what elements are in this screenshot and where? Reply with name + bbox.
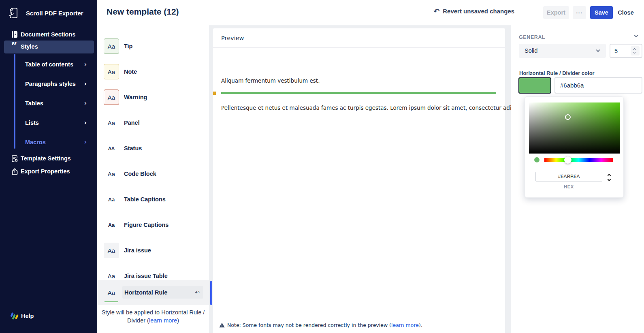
style-item-table-captions[interactable]: Aa Table Captions	[97, 187, 209, 212]
color-format-label: HEX	[535, 184, 602, 189]
sidebar-item-table-of-contents[interactable]: Table of contents ›	[0, 59, 97, 71]
chevron-right-icon: ›	[84, 119, 87, 126]
styles-list: Aa Tip Aa Note Aa Warning Aa Panel AA St…	[97, 25, 209, 333]
header: New template (12) ↶ Revert unsaved chang…	[97, 0, 644, 25]
color-swatch[interactable]	[518, 77, 551, 94]
style-item-code-block[interactable]: Aa Code Block	[97, 161, 209, 186]
style-thumbnail: Aa	[104, 166, 119, 181]
style-item-panel[interactable]: Aa Panel	[97, 110, 209, 135]
reset-style-icon[interactable]: ↶	[195, 289, 200, 296]
style-thumbnail: Aa	[104, 64, 119, 79]
sidebar: Scroll PDF Exporter Document Sections ” …	[0, 0, 97, 333]
saturation-area[interactable]	[529, 102, 620, 154]
style-thumbnail: AA	[104, 141, 119, 156]
app-title: Scroll PDF Exporter	[26, 10, 83, 17]
style-name-editor[interactable]: Horizontal Rule ↶	[122, 286, 203, 299]
preview-pane: Preview Aliquam fermentum vestibulum est…	[213, 28, 505, 333]
style-thumbnail: Aa	[104, 90, 119, 105]
style-thumbnail: Aa	[104, 217, 119, 233]
style-item-tip[interactable]: Aa Tip	[97, 34, 209, 59]
sidebar-item-macros[interactable]: Macros ›	[0, 137, 97, 149]
chevron-right-icon: ›	[84, 61, 87, 68]
current-color-dot	[534, 157, 540, 162]
hue-slider-thumb[interactable]	[564, 156, 571, 164]
style-thumbnail: Aa	[104, 192, 119, 207]
horizontal-rule-preview	[221, 92, 496, 94]
sidebar-item-template-settings[interactable]: Template Settings	[0, 152, 97, 164]
save-button[interactable]: Save	[590, 6, 613, 19]
style-thumbnail: Aa	[104, 285, 119, 300]
section-title: GENERAL	[519, 34, 545, 40]
help-button[interactable]: Help	[0, 310, 97, 323]
sidebar-item-label: Document Sections	[21, 31, 75, 38]
sidebar-item-paragraphs-styles[interactable]: Paragraphs styles ›	[0, 78, 97, 90]
preview-paragraph: Aliquam fermentum vestibulum est.	[221, 77, 320, 84]
k15t-logo-icon	[9, 311, 19, 322]
sidebar-item-tables[interactable]: Tables ›	[0, 98, 97, 110]
chevron-right-icon: ›	[84, 80, 87, 88]
sidebar-item-document-sections[interactable]: Document Sections	[0, 28, 97, 41]
page-title: New template (12)	[107, 7, 179, 17]
thickness-stepper[interactable]	[631, 46, 640, 56]
preview-header: Preview	[213, 28, 505, 48]
close-button[interactable]: Close	[616, 6, 635, 19]
export-button[interactable]: Export	[543, 6, 569, 19]
color-hex-input[interactable]	[560, 78, 637, 93]
style-item-note[interactable]: Aa Note	[97, 59, 209, 84]
chevron-down-icon	[634, 34, 638, 38]
sidebar-item-styles[interactable]: ” Styles	[4, 41, 94, 53]
styles-quote-icon: ”	[11, 42, 18, 51]
saturation-cursor[interactable]	[565, 114, 571, 120]
toggle-down-icon[interactable]	[608, 178, 611, 181]
chevron-right-icon: ›	[84, 100, 87, 107]
hue-slider[interactable]	[544, 158, 613, 162]
toggle-up-icon[interactable]	[608, 174, 611, 177]
sidebar-item-lists[interactable]: Lists ›	[0, 117, 97, 129]
preview-title: Preview	[221, 35, 244, 41]
color-hex-field	[554, 77, 642, 94]
document-sections-icon	[11, 30, 18, 38]
sidebar-item-label: Styles	[21, 43, 38, 50]
undo-icon: ↶	[433, 8, 439, 15]
thickness-field	[610, 44, 642, 58]
style-item-horizontal-rule[interactable]: Aa Horizontal Rule ↶	[97, 280, 209, 305]
preview-paragraph: Pellentesque et netus et malesuada fames…	[221, 105, 543, 111]
picker-hex-field	[535, 172, 602, 181]
picker-hex-input[interactable]	[536, 172, 602, 181]
scroll-pdf-exporter-app: Scroll PDF Exporter Document Sections ” …	[0, 0, 644, 333]
style-item-jira-issue[interactable]: Aa Jira issue	[97, 238, 209, 263]
general-section-header[interactable]: GENERAL	[519, 33, 638, 41]
line-style-select[interactable]: Solid	[519, 44, 606, 58]
warning-icon	[219, 322, 225, 328]
style-thumbnail: Aa	[104, 38, 119, 54]
styles-footnote: Style will be applied to Horizontal Rule…	[101, 309, 205, 324]
thickness-input[interactable]	[614, 45, 630, 57]
learn-more-link[interactable]: learn more	[391, 322, 419, 328]
style-item-status[interactable]: AA Status	[97, 136, 209, 161]
stepper-down-icon[interactable]	[633, 51, 636, 53]
changed-indicator	[213, 92, 216, 95]
chevron-down-icon	[596, 48, 600, 52]
more-actions-button[interactable]: ···	[573, 6, 586, 19]
sidebar-item-export-properties[interactable]: Export Properties	[0, 165, 97, 177]
color-format-toggle[interactable]	[607, 173, 613, 183]
export-properties-icon	[11, 167, 18, 175]
style-item-warning[interactable]: Aa Warning	[97, 85, 209, 110]
style-thumbnail: Aa	[104, 115, 119, 130]
color-picker-popup: HEX	[525, 96, 624, 198]
revert-unsaved-changes-button[interactable]: ↶ Revert unsaved changes	[433, 8, 514, 15]
style-thumbnail: Aa	[104, 243, 119, 258]
learn-more-link[interactable]: learn more	[149, 317, 177, 324]
style-item-figure-captions[interactable]: Aa Figure Captions	[97, 212, 209, 237]
chevron-right-icon: ›	[84, 139, 87, 146]
template-settings-icon	[11, 154, 18, 162]
pdf-logo-icon	[7, 6, 19, 19]
color-field-label: Horizontal Rule / Divider color	[519, 70, 595, 76]
styles-list-scrollbar[interactable]	[210, 281, 212, 305]
preview-footer-note: Note: Some fonts may not be rendered cor…	[213, 317, 505, 333]
